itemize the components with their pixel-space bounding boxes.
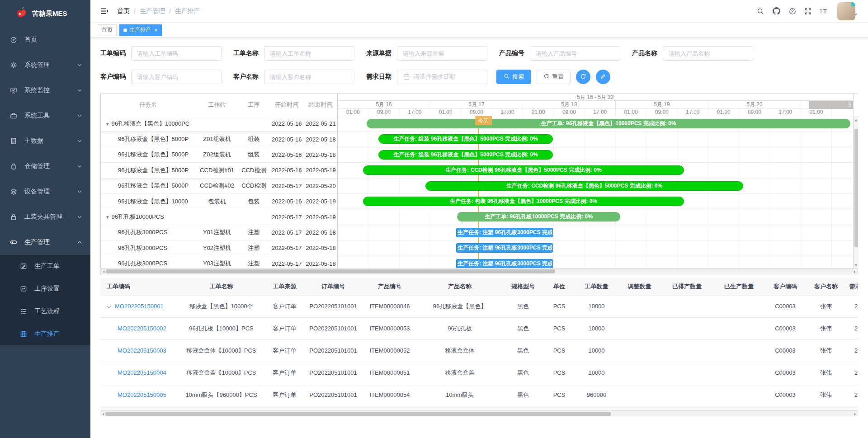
hamburger-icon[interactable] — [100, 7, 109, 15]
gantt-bar[interactable]: 生产任务: 包装 96孔移液盒【黑色】10000PCS 完成比例: 0% — [363, 197, 684, 206]
gantt-task-row[interactable]: 96孔移液盒【黑色】10000包装机包装2022-05-162022-05-19 — [101, 194, 337, 209]
close-icon[interactable]: × — [154, 27, 158, 33]
table-row[interactable]: MO20220515000296孔孔板【10000】PCS客户订单PO20220… — [100, 317, 858, 339]
sidebar-item[interactable]: 工装夹具管理 — [0, 204, 90, 230]
gantt-grid: 任务名工作站工序开始时间结束时间 ▾96孔移液盒【黑色】10000PC2022-… — [101, 94, 338, 268]
table-row[interactable]: MO202205150004移液盒盒盖【10000】PCS客户订单PO20220… — [100, 362, 858, 384]
gantt-horizontal-scrollbar[interactable] — [101, 268, 858, 274]
filter-input[interactable] — [530, 46, 620, 61]
breadcrumb-item[interactable]: 生产排产 — [175, 7, 200, 15]
gantt-task-row[interactable]: 96孔移液盒【黑色】5000PCCD检测#02CCD检测2022-05-1720… — [101, 179, 337, 194]
sidebar-item[interactable]: 生产管理 — [0, 230, 90, 255]
filter-input[interactable] — [264, 70, 354, 84]
filter-input[interactable] — [397, 46, 487, 61]
gantt-bar[interactable]: 生产任务: 组装 96孔移液盒【黑色】5000PCS 完成比例: 0% — [378, 150, 553, 160]
search-button[interactable]: 搜索 — [496, 70, 531, 84]
scroll-up-arrow[interactable] — [854, 117, 859, 122]
sidebar-subitem[interactable]: 生产排产 — [0, 323, 90, 345]
table-cell-spec: 黑色 — [503, 362, 543, 384]
gantt-hour-label: 01:00 — [708, 108, 739, 116]
fontsize-icon[interactable]: TT — [820, 7, 829, 15]
scroll-right-arrow[interactable] — [854, 411, 857, 417]
gantt-bar[interactable]: 生产任务: 注塑 96孔孔板3000PCS 完成比例: 0% — [456, 243, 553, 253]
gantt-bar[interactable]: 生产任务: CCD检测 96孔移液盒【黑色】5000PCS 完成比例: 0% — [425, 181, 743, 191]
gantt-task-row[interactable]: 96孔移液盒【黑色】5000PZ02组装机组装2022-05-162022-05… — [101, 147, 337, 163]
table-row[interactable]: MO202205150001移液盒【黑色】10000个客户订单PO2022051… — [100, 295, 858, 317]
gantt-task-row[interactable]: 96孔孔板3000PCSY01注塑机注塑2022-05-172022-05-18 — [101, 225, 337, 240]
gantt-task-name: 96孔孔板3000PCS — [101, 228, 196, 236]
tab-active[interactable]: 生产排产× — [119, 24, 162, 36]
scroll-right-arrow[interactable] — [853, 268, 856, 274]
table-column-header: 订单编号 — [304, 278, 363, 295]
filter-input[interactable] — [264, 46, 354, 61]
gantt-task-row[interactable]: ▾96孔移液盒【黑色】10000PC2022-05-162022-05-21 — [101, 116, 337, 132]
table-row[interactable]: MO20220515000510mm吸头【960000】PCS客户订单PO202… — [100, 384, 858, 406]
gantt-bar[interactable]: 生产任务: 注塑 96孔孔板3000PCS 完成比例: 0% — [456, 228, 553, 237]
table-column-header: 已排产数量 — [661, 278, 713, 295]
gantt-bar[interactable]: 生产工单: 96孔孔板10000PCS 完成比例: 0% — [457, 212, 620, 221]
table-cell-demand: 2022 — [846, 384, 858, 406]
gantt-bar[interactable]: 生产任务: CCD检测 96孔移液盒【黑色】5000PCS 完成比例: 0% — [363, 165, 684, 175]
horizontal-scroll-thumb[interactable] — [105, 412, 611, 416]
breadcrumb-item[interactable]: 首页 — [117, 7, 130, 15]
github-icon[interactable] — [772, 7, 781, 15]
work-order-link[interactable]: MO202205150003 — [118, 347, 166, 354]
breadcrumb: 首页/生产管理/生产排产 — [117, 7, 200, 15]
gantt-task-row[interactable]: 96孔孔板3000PCSY03注塑机注塑2022-05-172022-05-18 — [101, 256, 337, 268]
sidebar-item[interactable]: 系统监控 — [0, 78, 90, 103]
gantt-vertical-scrollbar[interactable] — [853, 94, 859, 268]
work-order-link[interactable]: MO202205150001 — [115, 303, 164, 310]
filter-input[interactable] — [131, 46, 222, 61]
sidebar-subitem[interactable]: 工序设置 — [0, 278, 90, 300]
sidebar-item[interactable]: 仓储管理 — [0, 154, 90, 179]
table-cell-name: 移液盒【黑色】10000个 — [177, 295, 265, 317]
horizontal-scroll-thumb[interactable] — [106, 269, 555, 273]
search-icon[interactable] — [757, 8, 764, 15]
app-logo[interactable]: K 苦糖果MES — [0, 0, 90, 27]
edit-button[interactable] — [596, 70, 610, 84]
sidebar-item[interactable]: 设备管理 — [0, 179, 90, 204]
search-icon — [504, 73, 509, 80]
gantt-task-row[interactable]: 96孔移液盒【黑色】5000PZ01组装机组装2022-05-162022-05… — [101, 132, 337, 147]
collapse-caret-icon[interactable]: ▾ — [106, 121, 109, 127]
table-row[interactable]: MO202205150003移液盒盒体【10000】PCS客户订单PO20220… — [100, 339, 858, 362]
gantt-bar[interactable]: 生产任务: 组装 96孔移液盒【黑色】5000PCS 完成比例: 0% — [378, 134, 553, 144]
refresh-button[interactable] — [576, 70, 590, 84]
expand-chevron-icon[interactable] — [107, 304, 111, 308]
vertical-scroll-thumb[interactable] — [854, 129, 858, 247]
table-cell-qty: 960000 — [575, 384, 618, 406]
work-order-link[interactable]: MO202205150004 — [118, 369, 166, 376]
reset-button[interactable]: 重置 — [537, 70, 571, 84]
demand-date-input[interactable]: 请选择需求日期 — [397, 70, 487, 84]
gantt-task-row[interactable]: 96孔移液盒【黑色】5000PCCD检测#01CCD检测2022-05-1620… — [101, 163, 337, 178]
gantt-end-date: 2022-05-20 — [304, 183, 337, 189]
table-cell-name: 移液盒盒体【10000】PCS — [177, 339, 265, 362]
fullscreen-icon[interactable] — [804, 8, 811, 15]
scroll-down-arrow[interactable] — [854, 262, 859, 267]
filter-input[interactable] — [131, 70, 222, 84]
sidebar-item[interactable]: 主数据 — [0, 128, 90, 154]
gantt-bar[interactable]: 生产任务: 注塑 96孔孔板3000PCS 完成比例: 0% — [456, 259, 553, 268]
tab-item[interactable]: 首页 — [98, 24, 117, 36]
scroll-left-arrow[interactable] — [102, 268, 105, 274]
gantt-bar[interactable]: 生产工单: 96孔移液盒【黑色】10000PCS 完成比例: 0% — [367, 119, 850, 128]
gantt-task-row[interactable]: 96孔孔板3000PCSY02注塑机注塑2022-05-172022-05-18 — [101, 240, 337, 256]
gantt-task-row[interactable]: ▾96孔孔板10000PCS2022-05-172022-05-19 — [101, 209, 337, 225]
sidebar-item[interactable]: 首页 — [0, 27, 90, 52]
table-cell-customer_name: 张伟 — [806, 339, 846, 362]
sidebar-item[interactable]: 系统管理 — [0, 52, 90, 78]
work-order-link[interactable]: MO202205150002 — [118, 325, 166, 332]
collapse-caret-icon[interactable]: ▾ — [106, 214, 109, 220]
help-icon[interactable] — [789, 8, 796, 15]
sidebar-subitem[interactable]: 工艺流程 — [0, 300, 90, 323]
table-horizontal-scrollbar[interactable] — [100, 410, 858, 416]
scroll-left-arrow[interactable] — [102, 411, 105, 417]
filter-input[interactable] — [663, 46, 753, 61]
sidebar-item[interactable]: 系统工具 — [0, 103, 90, 128]
sidebar-subitem[interactable]: 生产工单 — [0, 255, 90, 278]
avatar[interactable] — [837, 2, 855, 20]
table-cell-order: PO202205101001 — [304, 295, 363, 317]
breadcrumb-item[interactable]: 生产管理 — [140, 7, 165, 15]
table-cell-source: 客户订单 — [265, 339, 304, 362]
work-order-link[interactable]: MO202205150005 — [118, 391, 166, 398]
